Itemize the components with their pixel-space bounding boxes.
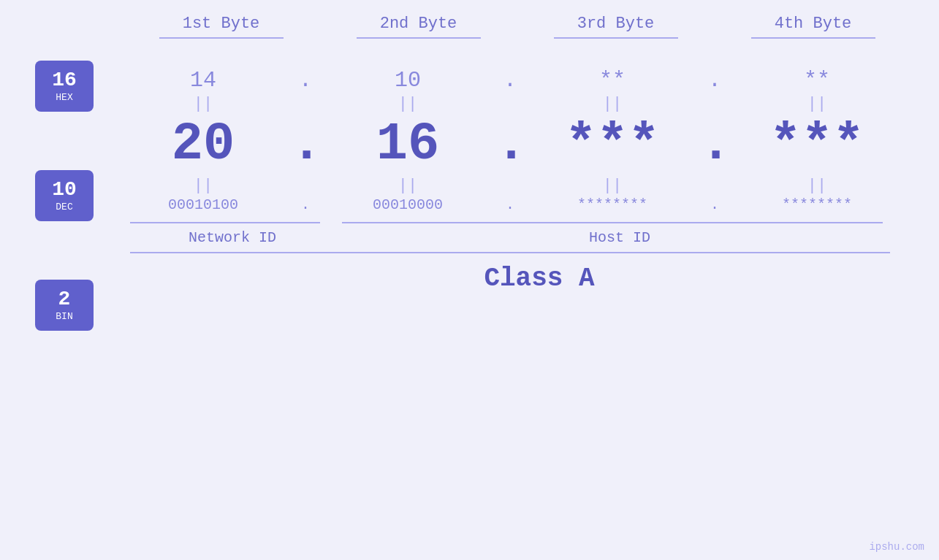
dec-dot3: .	[700, 115, 729, 174]
class-label: Class A	[484, 264, 594, 294]
eq2-b3: ||	[539, 177, 685, 195]
eq1-b1: ||	[130, 95, 276, 113]
dec-dot1: .	[291, 115, 320, 174]
network-id-label: Network ID	[123, 229, 342, 246]
network-bracket-line	[130, 222, 320, 223]
dec-badge: 10 DEC	[35, 170, 94, 221]
bin-row: 00010100 . 00010000 . ******** .	[123, 196, 897, 213]
bin-dot2: .	[495, 196, 525, 213]
watermark: ipshu.com	[869, 541, 924, 553]
byte1-bracket-top	[159, 37, 284, 39]
bottom-brackets: Network ID Host ID	[123, 222, 897, 246]
hex-badge: 16 HEX	[35, 61, 94, 112]
byte3-bracket-top	[554, 37, 678, 39]
bin-dot1: .	[291, 196, 320, 213]
bin-byte3: ********	[539, 196, 685, 213]
dec-row: 20 . 16 . *** . ***	[123, 115, 897, 174]
dec-byte3: ***	[539, 115, 685, 174]
hex-byte1: 14	[130, 68, 276, 93]
hex-byte2: 10	[335, 68, 481, 93]
bin-byte1: 00010100	[130, 196, 276, 213]
byte4-header: 4th Byte	[740, 15, 886, 39]
byte2-bracket-top	[357, 37, 481, 39]
hex-dot2: .	[495, 68, 525, 93]
byte-headers: 1st Byte 2nd Byte 3rd Byte 4th Byte	[123, 15, 912, 39]
class-label-container: Class A	[123, 264, 897, 294]
equals-row-2: || || || ||	[123, 174, 897, 196]
hex-byte3: **	[539, 68, 685, 93]
byte3-header: 3rd Byte	[543, 15, 689, 39]
byte2-header: 2nd Byte	[346, 15, 492, 39]
eq1-b3: ||	[539, 95, 685, 113]
full-bottom-bracket	[130, 252, 890, 253]
bin-byte2: 00010000	[335, 196, 481, 213]
dec-byte1: 20	[130, 115, 276, 174]
host-bracket-line	[342, 222, 883, 223]
bin-dot3: .	[700, 196, 729, 213]
main-grid: 16 HEX 10 DEC 2 BIN 14 .	[0, 46, 939, 331]
eq1-b4: ||	[744, 95, 890, 113]
hex-dot1: .	[291, 68, 320, 93]
dec-dot2: .	[495, 115, 525, 174]
host-id-section: Host ID	[342, 222, 897, 246]
main-container: 1st Byte 2nd Byte 3rd Byte 4th Byte 16 H…	[0, 0, 939, 560]
dec-byte2: 16	[335, 115, 481, 174]
eq2-b4: ||	[744, 177, 890, 195]
eq2-b1: ||	[130, 177, 276, 195]
network-id-section: Network ID	[123, 222, 342, 246]
hex-dot3: .	[700, 68, 729, 93]
hex-row: 14 . 10 . ** . **	[123, 68, 897, 93]
bin-badge: 2 BIN	[35, 280, 94, 331]
byte1-header: 1st Byte	[148, 15, 294, 39]
badges-column: 16 HEX 10 DEC 2 BIN	[0, 46, 94, 331]
eq2-b2: ||	[335, 177, 481, 195]
bin-byte4: ********	[744, 196, 890, 213]
eq1-b2: ||	[335, 95, 481, 113]
byte4-bracket-top	[751, 37, 875, 39]
host-id-label: Host ID	[342, 229, 897, 246]
dec-byte4: ***	[744, 115, 890, 174]
values-area: 14 . 10 . ** . **	[123, 46, 939, 294]
equals-row-1: || || || ||	[123, 93, 897, 115]
hex-byte4: **	[744, 68, 890, 93]
